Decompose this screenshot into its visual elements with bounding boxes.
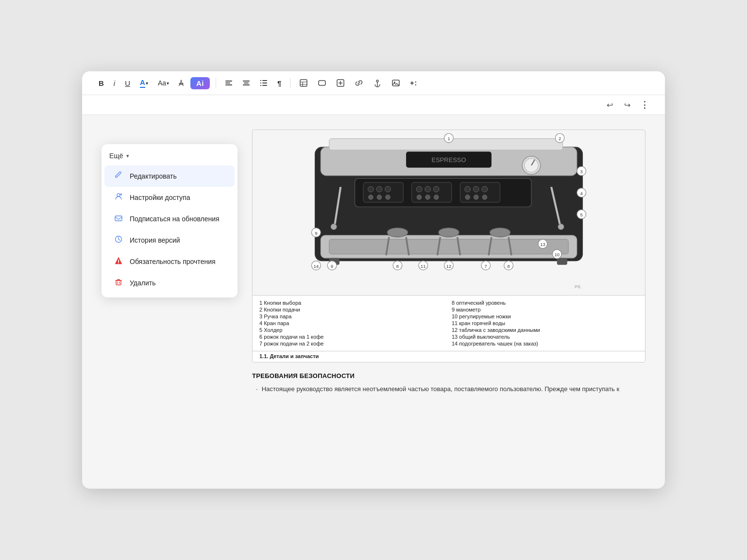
anchor-button[interactable] — [370, 77, 385, 89]
svg-rect-5 — [243, 84, 250, 85]
list-button[interactable] — [257, 77, 271, 89]
svg-point-58 — [482, 195, 487, 199]
safety-section: ТРЕБОВАНИЯ БЕЗОПАСНОСТИ · Настоящее руко… — [252, 372, 645, 399]
svg-text:1: 1 — [447, 136, 450, 141]
part-item: 2 Кнопки подачи — [259, 306, 446, 313]
svg-text:4: 4 — [580, 191, 583, 196]
align-left-button[interactable] — [222, 77, 236, 89]
bold-button[interactable]: B — [96, 77, 107, 89]
svg-text:12: 12 — [446, 264, 451, 269]
svg-rect-10 — [260, 85, 261, 86]
part-item: 13 общий выключатель — [452, 333, 638, 340]
svg-rect-7 — [262, 80, 267, 81]
svg-point-47 — [425, 186, 431, 192]
dropdown-item-delete[interactable]: Удалить — [104, 272, 235, 294]
dropdown-item-subscribe[interactable]: Подписаться на обновления — [104, 208, 235, 230]
svg-point-67 — [490, 228, 510, 237]
dropdown-item-mandatory-label: Обязательность прочтения — [130, 258, 216, 265]
svg-point-61 — [387, 228, 407, 237]
svg-text:2: 2 — [559, 136, 561, 141]
svg-text:14: 14 — [314, 264, 319, 269]
add-box-button[interactable] — [333, 77, 348, 89]
chevron-down-icon: ▾ — [126, 153, 129, 159]
part-item: 14 подогреватель чашек (на заказ) — [452, 340, 638, 347]
warning-icon — [113, 256, 124, 267]
paragraph-button[interactable]: ¶ — [274, 77, 284, 89]
toolbar-divider-2 — [290, 78, 290, 88]
svg-text:10: 10 — [555, 252, 560, 257]
strikethrough-button[interactable]: Ā — [176, 77, 187, 89]
dropdown-item-edit[interactable]: Редактировать — [104, 165, 235, 187]
dropdown-header-label: Ещё — [109, 152, 123, 160]
svg-point-42 — [369, 195, 373, 199]
dropdown-item-delete-label: Удалить — [130, 279, 155, 287]
font-color-button[interactable]: A ▾ — [137, 76, 151, 90]
dropdown-item-access-label: Настройки доступа — [130, 194, 190, 201]
svg-point-55 — [482, 186, 488, 192]
svg-rect-45 — [412, 182, 452, 202]
parts-col-right: 8 оптический уровень 9 манометр 10 регул… — [452, 299, 638, 347]
table-button[interactable] — [296, 77, 311, 89]
dropdown-item-access[interactable]: Настройки доступа — [104, 187, 235, 208]
svg-point-73 — [558, 224, 564, 230]
dropdown-header[interactable]: Ещё ▾ — [102, 148, 238, 165]
delete-icon — [113, 278, 124, 288]
toolbar-divider-1 — [216, 78, 216, 88]
shape-button[interactable] — [315, 77, 329, 89]
doc-content: ESPRESSO 1 2 3 4 5 13 10 9 8 11 12 7 — [252, 130, 645, 399]
svg-rect-11 — [262, 85, 267, 86]
svg-point-23 — [394, 82, 395, 83]
app-window: B i U A ▾ Aa ▾ Ā Ai ¶ — [82, 71, 665, 489]
safety-title: ТРЕБОВАНИЯ БЕЗОПАСНОСТИ — [252, 372, 645, 379]
svg-rect-3 — [243, 81, 250, 82]
dropdown-item-edit-label: Редактировать — [130, 172, 177, 180]
svg-text:ESPRESSO: ESPRESSO — [432, 156, 466, 164]
ai-button[interactable]: Ai — [190, 77, 210, 89]
svg-point-44 — [386, 195, 390, 199]
svg-point-56 — [465, 195, 470, 199]
part-item: 10 регулируемые ножки — [452, 313, 638, 320]
more-options-button[interactable]: ⋮ — [638, 98, 651, 112]
svg-rect-52 — [460, 182, 500, 202]
espresso-machine-image: ESPRESSO 1 2 3 4 5 13 10 9 8 11 12 7 — [253, 130, 645, 295]
bullet-point: · — [256, 384, 258, 395]
svg-point-57 — [474, 195, 478, 199]
svg-text:8: 8 — [396, 264, 399, 269]
svg-rect-16 — [319, 81, 325, 85]
svg-rect-60 — [329, 239, 568, 254]
safety-text-row: · Настоящее руководство является неотъем… — [252, 384, 645, 395]
svg-point-48 — [433, 186, 439, 192]
svg-rect-2 — [225, 84, 232, 85]
svg-text:6: 6 — [331, 264, 333, 269]
content-area: Ещё ▾ Редактировать Настройки доступа — [82, 115, 665, 414]
italic-button[interactable]: i — [111, 77, 118, 89]
history-icon — [113, 235, 124, 246]
align-center-button[interactable] — [239, 77, 253, 89]
svg-text:8: 8 — [507, 264, 509, 269]
svg-point-39 — [368, 186, 374, 192]
link-button[interactable] — [352, 77, 366, 89]
image-button[interactable] — [389, 77, 403, 89]
dropdown-item-mandatory[interactable]: Обязательность прочтения — [104, 251, 235, 272]
parts-list: 1 Кнопки выбора 2 Кнопки подачи 3 Ручка … — [253, 295, 645, 351]
svg-point-51 — [434, 195, 439, 199]
dropdown-item-history-label: История версий — [130, 236, 180, 244]
svg-point-30 — [118, 263, 119, 264]
part-item: 5 Холдер — [259, 327, 446, 333]
undo-button[interactable]: ↩ — [603, 98, 616, 112]
more-toolbar-button[interactable]: +: — [407, 77, 420, 89]
dropdown-item-history[interactable]: История версий — [104, 230, 235, 251]
svg-point-64 — [439, 228, 459, 237]
svg-point-43 — [377, 195, 381, 199]
underline-button[interactable]: U — [122, 77, 133, 89]
part-item: 6 рожок подачи на 1 кофе — [259, 333, 446, 340]
svg-text:13: 13 — [540, 242, 545, 247]
svg-rect-9 — [262, 82, 267, 83]
redo-button[interactable]: ↪ — [620, 98, 634, 112]
part-item: 1 Кнопки выбора — [259, 299, 446, 306]
svg-rect-8 — [260, 82, 261, 83]
safety-text-content: Настоящее руководство является неотъемле… — [262, 384, 620, 395]
font-size-button[interactable]: Aa ▾ — [155, 77, 172, 89]
svg-rect-80 — [557, 258, 567, 265]
part-item: 12 табличка с заводскими данными — [452, 327, 638, 333]
